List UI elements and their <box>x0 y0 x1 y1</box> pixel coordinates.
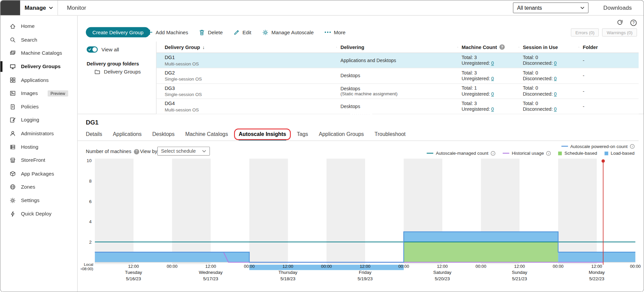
column-delivering[interactable]: Delivering <box>336 44 457 50</box>
column-delivery-group[interactable]: Delivery Group ↓ <box>156 44 336 50</box>
create-delivery-group-button[interactable]: Create Delivery Group <box>86 27 150 38</box>
table-row-dg3[interactable]: DG3Single-session OS Desktops(Static mac… <box>156 84 639 99</box>
storefront-icon <box>9 157 16 164</box>
machines-total: Total: 1 <box>462 85 519 91</box>
tab-machine-catalogs[interactable]: Machine Catalogs <box>185 131 228 140</box>
load-based-area <box>404 232 558 242</box>
x-tick-label: 00:00 <box>321 264 332 269</box>
unregistered-link[interactable]: 0 <box>491 92 494 97</box>
sidebar-item-images[interactable]: Images Preview <box>0 87 77 100</box>
tab-desktops[interactable]: Desktops <box>152 131 175 140</box>
delete-button[interactable]: Delete <box>199 29 223 36</box>
sidebar-item-app-packages[interactable]: App Packages <box>0 167 77 181</box>
tab-tags[interactable]: Tags <box>297 131 308 140</box>
folders-panel: View all Delivery group folders Delivery… <box>78 42 156 114</box>
sidebar-item-quick-deploy[interactable]: Quick Deploy <box>0 207 77 221</box>
sidebar-item-home[interactable]: Home <box>0 20 77 33</box>
sessions-total: Total: 0 <box>523 54 579 60</box>
sidebar-item-delivery-groups[interactable]: Delivery Groups <box>0 60 77 73</box>
zones-icon <box>9 184 16 191</box>
monitor-label: Monitor <box>67 4 86 11</box>
warnings-button[interactable]: Warnings (0) <box>602 28 637 36</box>
sidebar-item-settings[interactable]: Settings <box>0 194 77 207</box>
administrators-icon <box>9 130 16 137</box>
info-icon[interactable]: i <box>630 144 634 148</box>
machines-total: Total: 3 <box>462 100 519 106</box>
help-button[interactable]: ? <box>630 19 637 27</box>
delivery-group-os: Single-session OS <box>165 92 337 97</box>
manage-autoscale-button[interactable]: Manage Autoscale <box>262 29 314 36</box>
add-machines-button[interactable]: Add Machines <box>147 29 188 35</box>
sidebar-item-zones[interactable]: Zones <box>0 180 77 194</box>
more-button[interactable]: More <box>325 30 346 35</box>
day-name-label: Tuesday <box>125 270 142 275</box>
unregistered-link[interactable]: 0 <box>491 76 494 81</box>
delivery-groups-table: Delivery Group ↓ Delivering Machine Coun… <box>156 42 639 114</box>
sidebar-item-label: Logging <box>21 117 39 123</box>
x-tick-label: 12:00 <box>437 264 448 269</box>
sort-desc-icon: ↓ <box>202 45 205 50</box>
action-toolbar: Create Delivery Group Add Machines Delet… <box>78 27 643 39</box>
table-row-dg1[interactable]: DG1Multi-session OS Applications and Des… <box>156 53 639 68</box>
delivering-value: Applications and Desktops <box>341 58 458 63</box>
info-icon[interactable]: i <box>491 151 495 155</box>
folder-item-delivery-groups[interactable]: Delivery Groups <box>94 68 141 75</box>
day-date-label: 5/17/23 <box>203 276 218 281</box>
cloud-menu-button[interactable] <box>0 0 20 15</box>
column-machine-count[interactable]: Machine Count ? <box>457 44 518 50</box>
sidebar-item-administrators[interactable]: Administrators <box>0 127 77 140</box>
sidebar-item-label: Zones <box>21 184 35 190</box>
schedule-select[interactable]: Select schedule <box>157 147 210 156</box>
sidebar-item-hosting[interactable]: Hosting <box>0 140 77 154</box>
sidebar-item-search[interactable]: Search <box>0 33 77 47</box>
disconnected-link[interactable]: 0 <box>554 107 557 112</box>
disconnected-link[interactable]: 0 <box>554 61 557 66</box>
refresh-button[interactable] <box>616 19 624 27</box>
view-all-toggle[interactable] <box>87 46 98 52</box>
sidebar-item-label: Home <box>21 23 35 29</box>
tab-application-groups[interactable]: Application Groups <box>319 131 364 140</box>
column-session-in-use[interactable]: Session in Use <box>519 44 579 50</box>
x-tick-label: 00:00 <box>244 264 255 269</box>
number-of-machines-help-icon[interactable]: ? <box>134 149 139 154</box>
table-row-dg4[interactable]: DG4Multi-session OS Desktops Total: 3Unr… <box>156 99 639 114</box>
tab-troubleshoot[interactable]: Troubleshoot <box>375 131 405 140</box>
sidebar-item-machine-catalogs[interactable]: Machine Catalogs <box>0 47 77 60</box>
current-time-dot <box>601 159 605 163</box>
managed-count-swatch <box>427 153 434 153</box>
sidebar-item-applications[interactable]: Applications <box>0 73 77 87</box>
tab-monitor[interactable]: Monitor <box>58 0 95 15</box>
column-folder[interactable]: Folder <box>579 44 639 50</box>
sidebar-item-label: Delivery Groups <box>21 64 60 69</box>
home-icon <box>9 23 16 30</box>
tab-details[interactable]: Details <box>86 131 102 140</box>
table-row-dg2[interactable]: DG2Single-session OS Desktops Total: 3Un… <box>156 68 639 84</box>
disconnected-link[interactable]: 0 <box>554 92 557 97</box>
tenant-filter-select[interactable]: All tenants <box>513 2 589 13</box>
y-axis-title: Number of machines <box>86 149 131 154</box>
downloads-link[interactable]: Downloads <box>603 0 632 15</box>
schedule-based-swatch <box>558 151 562 155</box>
day-date-label: 5/22/23 <box>589 276 604 281</box>
chart-controls: Number of machines ? View by: Select sch… <box>78 144 643 158</box>
unregistered-link[interactable]: 0 <box>491 61 494 66</box>
sidebar-item-logging[interactable]: Logging <box>0 113 77 127</box>
sidebar-item-storefront[interactable]: StoreFront <box>0 154 77 167</box>
machine-count-help-icon[interactable]: ? <box>499 44 505 50</box>
edit-button[interactable]: Edit <box>234 29 251 35</box>
tab-manage[interactable]: Manage <box>20 0 58 15</box>
errors-button[interactable]: Errors (0) <box>571 28 599 36</box>
disconnected-link[interactable]: 0 <box>554 76 557 81</box>
delivering-value: Desktops <box>341 73 458 78</box>
tab-applications[interactable]: Applications <box>113 131 142 140</box>
unregistered-link[interactable]: 0 <box>491 107 494 112</box>
view-all-toggle-row[interactable]: View all <box>87 46 119 52</box>
tab-autoscale-insights[interactable]: Autoscale Insights <box>239 131 286 140</box>
view-by-label: View by: <box>140 149 158 154</box>
x-tick-label: 12:00 <box>360 264 370 269</box>
sidebar-item-policies[interactable]: Policies <box>0 100 77 113</box>
search-icon <box>9 37 16 43</box>
autoscale-gear-icon <box>262 29 269 36</box>
info-icon[interactable]: i <box>546 151 551 155</box>
logging-icon <box>9 117 16 124</box>
